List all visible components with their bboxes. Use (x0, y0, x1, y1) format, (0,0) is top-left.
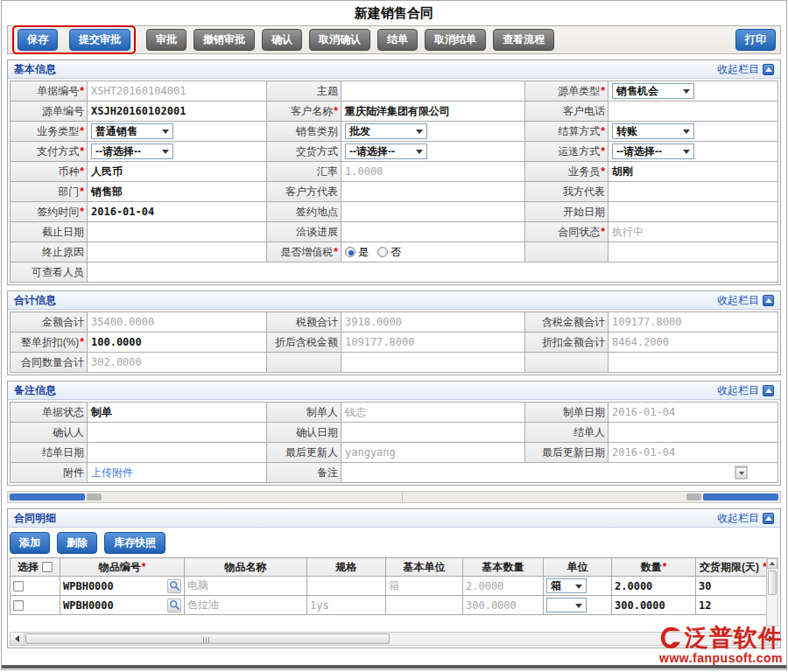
subject-field[interactable] (341, 81, 525, 102)
row-checkbox[interactable] (13, 600, 24, 611)
updater-field: yangyang (341, 443, 525, 463)
start-date-field[interactable] (609, 202, 778, 222)
phone-field[interactable] (609, 102, 778, 122)
col-days: 交货期限(天) * (696, 558, 771, 577)
collapse-up-icon[interactable] (763, 385, 774, 396)
confirm-button[interactable]: 确认 (262, 29, 302, 51)
save-button[interactable]: 保存 (18, 29, 58, 51)
scroll-left-icon[interactable] (11, 633, 25, 645)
pay-select[interactable]: --请选择-- (91, 144, 173, 159)
collapse-up-icon[interactable] (763, 64, 774, 75)
empty-label-cell (525, 353, 609, 373)
vat-yes-radio[interactable] (345, 247, 355, 257)
col-select: 选择 (11, 558, 60, 577)
sign-place-field[interactable] (341, 202, 525, 222)
days-cell[interactable]: 30 (696, 577, 771, 596)
collapse-link[interactable]: 收起栏目 (717, 383, 774, 398)
scrollbar-thumb[interactable] (25, 634, 390, 644)
section-title: 合计信息 (14, 293, 56, 308)
watermark-url: www.fanpusoft.com (658, 652, 783, 664)
cancel-close-order-button[interactable]: 取消结单 (425, 29, 486, 51)
dept-field[interactable]: 销售部 (88, 182, 267, 202)
chevron-down-icon (683, 89, 690, 97)
terminate-field[interactable] (88, 242, 267, 262)
submit-approval-button[interactable]: 提交审批 (69, 29, 130, 51)
bottom-edge-bar (2, 665, 786, 668)
revoke-approval-button[interactable]: 撤销审批 (193, 29, 255, 51)
scrollbar-thumb[interactable] (768, 570, 777, 595)
upload-attachment-link[interactable]: 上传附件 (91, 466, 133, 479)
base-qty-cell: 2.0000 (463, 577, 544, 596)
sale-class-select[interactable]: 批发 (345, 123, 427, 139)
field-value: 制单 (91, 406, 112, 418)
discount-pct-field[interactable]: 100.0000 (88, 332, 267, 353)
scrollbar-segment[interactable] (87, 494, 102, 500)
collapse-link[interactable]: 收起栏目 (717, 511, 774, 526)
negotiation-field[interactable] (341, 222, 525, 242)
scrollbar-thumb[interactable] (703, 494, 778, 500)
select-all-checkbox[interactable] (42, 562, 53, 572)
scroll-up-icon[interactable] (767, 558, 777, 569)
collapse-up-icon[interactable] (763, 295, 774, 306)
collapse-up-icon[interactable] (763, 513, 774, 524)
days-cell[interactable]: 12 (696, 596, 771, 615)
vat-no-radio[interactable] (377, 247, 388, 257)
required-mark: * (142, 561, 146, 573)
basic-info-body: 单据编号* XSHT20160104001 主题 源单类型* 销售机会 源单编号… (8, 79, 780, 284)
view-flow-button[interactable]: 查看流程 (493, 29, 554, 51)
source-no-field[interactable]: XSJH20160102001 (88, 102, 267, 122)
our-rep-field[interactable] (609, 182, 778, 202)
note-textarea[interactable] (341, 463, 778, 483)
scrollbar-thumb[interactable] (10, 494, 85, 500)
qty-cell[interactable]: 300.0000 (612, 596, 696, 615)
collapse-link[interactable]: 收起栏目 (717, 293, 774, 308)
highlight-red-box: 保存 提交审批 (12, 25, 136, 54)
table-row: 终止原因 是否增值税* 是否 (11, 242, 778, 262)
amount-label: 金额合计 (11, 312, 88, 332)
transport-select[interactable]: --请选择-- (612, 144, 694, 159)
days-value: 30 (699, 580, 711, 592)
scrollbar-segment[interactable] (686, 494, 701, 500)
deliver-select[interactable]: --请选择-- (345, 144, 427, 159)
row-checkbox[interactable] (13, 581, 24, 592)
salesman-field[interactable]: 胡刚 (609, 162, 778, 182)
item-code-cell[interactable]: WPBH0000 (60, 577, 185, 596)
search-icon[interactable] (167, 579, 181, 593)
currency-field[interactable]: 人民币 (88, 162, 267, 182)
settle-select[interactable]: 转账 (612, 123, 694, 139)
item-spec-cell[interactable] (307, 577, 386, 596)
cancel-confirm-button[interactable]: 取消确认 (309, 29, 370, 51)
dept-label: 部门* (11, 182, 88, 202)
scroll-down-icon[interactable] (735, 467, 747, 479)
stock-snapshot-button[interactable]: 库存快照 (104, 532, 165, 554)
cust-rep-field[interactable] (341, 182, 525, 202)
search-icon[interactable] (167, 598, 181, 612)
customer-field[interactable]: 重庆陆洋集团有限公司 (341, 102, 525, 122)
item-code-cell[interactable]: WPBH0000 (60, 596, 185, 615)
qty-cell[interactable]: 2.0000 (612, 577, 696, 596)
required-mark: * (80, 206, 84, 218)
field-value: 执行中 (612, 226, 644, 238)
unit-select[interactable] (546, 598, 587, 612)
field-value: 109177.8000 (612, 316, 681, 328)
item-spec-cell[interactable]: 1ys (307, 596, 386, 615)
close-order-button[interactable]: 结单 (377, 29, 418, 51)
source-type-select[interactable]: 销售机会 (612, 83, 694, 99)
collapse-link[interactable]: 收起栏目 (717, 62, 774, 77)
left-panel-scrollbar[interactable] (8, 492, 403, 502)
biz-type-select[interactable]: 普通销售 (91, 123, 173, 139)
label-text: 确认人 (53, 426, 84, 438)
print-button[interactable]: 打印 (735, 29, 776, 51)
right-panel-scrollbar[interactable] (403, 492, 780, 502)
label-text: 销售类别 (296, 125, 338, 137)
add-row-button[interactable]: 添加 (10, 532, 50, 554)
viewers-field[interactable] (88, 262, 778, 283)
delete-row-button[interactable]: 删除 (57, 532, 97, 554)
status-label: 合同状态* (525, 222, 609, 242)
end-date-field[interactable] (88, 222, 267, 242)
unit-select[interactable]: 箱 (546, 578, 587, 593)
note-scrollbar[interactable] (735, 466, 748, 480)
approve-button[interactable]: 审批 (146, 29, 186, 51)
detail-vertical-scrollbar[interactable] (766, 557, 778, 626)
sign-time-field[interactable]: 2016-01-04 (88, 202, 267, 222)
